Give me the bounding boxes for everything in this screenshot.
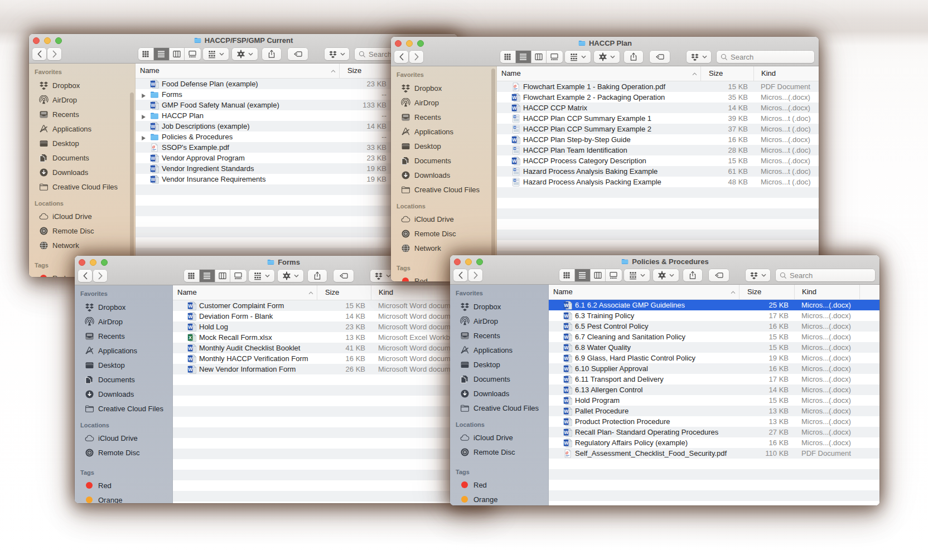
svg-text:W: W xyxy=(188,314,192,319)
svg-text:W: W xyxy=(512,95,516,100)
svg-text:W: W xyxy=(564,356,568,361)
svg-text:W: W xyxy=(564,408,568,414)
svg-text:W: W xyxy=(564,430,568,435)
svg-text:W: W xyxy=(564,366,568,372)
svg-text:W: W xyxy=(564,334,568,340)
svg-text:W: W xyxy=(151,177,155,182)
svg-text:W: W xyxy=(564,419,568,425)
svg-text:W: W xyxy=(564,398,568,403)
svg-text:X: X xyxy=(188,335,192,340)
svg-text:W: W xyxy=(188,367,192,372)
svg-text:W: W xyxy=(151,124,155,129)
svg-text:W: W xyxy=(564,303,568,308)
svg-text:W: W xyxy=(512,137,516,143)
svg-text:W: W xyxy=(188,356,192,362)
svg-text:W: W xyxy=(188,345,192,351)
svg-text:W: W xyxy=(151,166,155,172)
svg-text:W: W xyxy=(512,105,516,111)
svg-text:W: W xyxy=(564,440,568,446)
svg-text:W: W xyxy=(151,155,155,161)
svg-text:W: W xyxy=(188,324,192,330)
svg-text:W: W xyxy=(188,303,192,309)
svg-text:W: W xyxy=(512,158,516,164)
svg-text:W: W xyxy=(564,377,568,382)
svg-text:W: W xyxy=(564,387,568,393)
svg-text:W: W xyxy=(564,324,568,329)
svg-text:W: W xyxy=(151,103,155,108)
svg-text:W: W xyxy=(151,81,155,87)
svg-text:W: W xyxy=(564,313,568,319)
svg-text:W: W xyxy=(564,345,568,350)
